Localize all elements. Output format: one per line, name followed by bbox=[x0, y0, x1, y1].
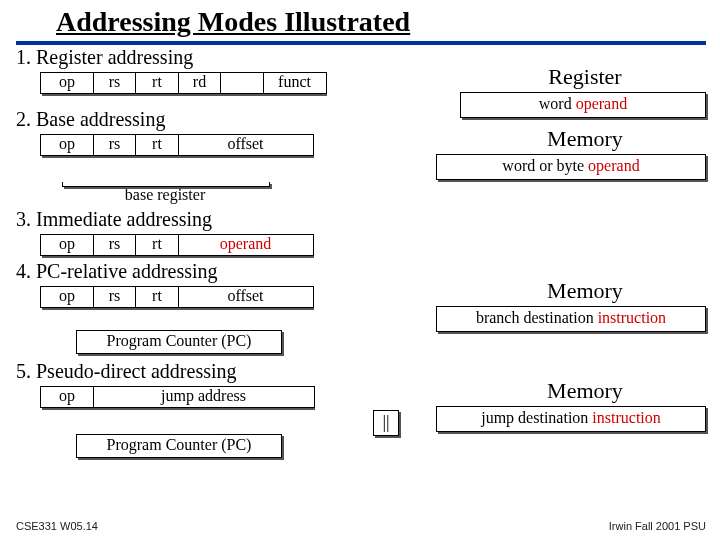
mode1-target-text-b: operand bbox=[576, 95, 628, 112]
field-op: op bbox=[40, 234, 94, 256]
footer-left: CSE331 W05.14 bbox=[16, 520, 98, 532]
mode5-heading: 5. Pseudo-direct addressing bbox=[16, 360, 237, 383]
mode5-target-text-b: instruction bbox=[592, 409, 660, 426]
field-rd: rd bbox=[178, 72, 222, 94]
mode2-instruction: op rs rt offset bbox=[40, 134, 312, 156]
mode4-target-title: Memory bbox=[475, 278, 695, 304]
field-offset: offset bbox=[178, 134, 314, 156]
mode1-target-title: Register bbox=[475, 64, 695, 90]
field-op: op bbox=[40, 386, 94, 408]
mode2-base-register-label: base register bbox=[100, 186, 230, 204]
mode2-target-text-b: operand bbox=[588, 157, 640, 174]
mode5-instruction: op jump address bbox=[40, 386, 313, 408]
title-rule bbox=[16, 41, 706, 45]
mode5-target-text-a: jump destination bbox=[481, 409, 592, 426]
field-op: op bbox=[40, 134, 94, 156]
mode2-target-box: word or byte operand bbox=[436, 154, 706, 180]
field-rs: rs bbox=[93, 234, 137, 256]
mode3-heading: 3. Immediate addressing bbox=[16, 208, 212, 231]
field-rt: rt bbox=[135, 286, 179, 308]
field-rt: rt bbox=[135, 134, 179, 156]
footer-right: Irwin Fall 2001 PSU bbox=[609, 520, 706, 532]
mode4-target-text-b: instruction bbox=[598, 309, 666, 326]
field-rs: rs bbox=[93, 134, 137, 156]
field-funct: funct bbox=[263, 72, 327, 94]
mode3-instruction: op rs rt operand bbox=[40, 234, 312, 256]
mode1-target-box: word operand bbox=[460, 92, 706, 118]
field-rt: rt bbox=[135, 234, 179, 256]
mode1-instruction: op rs rt rd funct bbox=[40, 72, 325, 94]
mode5-target-title: Memory bbox=[475, 378, 695, 404]
field-operand: operand bbox=[178, 234, 314, 256]
field-rs: rs bbox=[93, 286, 137, 308]
field-rs: rs bbox=[93, 72, 137, 94]
mode1-target-text-a: word bbox=[539, 95, 576, 112]
field-offset: offset bbox=[178, 286, 314, 308]
mode4-instruction: op rs rt offset bbox=[40, 286, 312, 308]
slide-title: Addressing Modes Illustrated bbox=[56, 6, 410, 38]
mode4-heading: 4. PC-relative addressing bbox=[16, 260, 218, 283]
field-rt: rt bbox=[135, 72, 179, 94]
mode2-heading: 2. Base addressing bbox=[16, 108, 165, 131]
mode2-target-text-a: word or byte bbox=[502, 157, 588, 174]
mode2-target-title: Memory bbox=[475, 126, 695, 152]
field-blank bbox=[220, 72, 264, 94]
mode5-target-box: jump destination instruction bbox=[436, 406, 706, 432]
mode4-target-box: branch destination instruction bbox=[436, 306, 706, 332]
concat-icon: || bbox=[373, 410, 399, 436]
mode1-heading: 1. Register addressing bbox=[16, 46, 193, 69]
field-op: op bbox=[40, 286, 94, 308]
field-jump-address: jump address bbox=[93, 386, 315, 408]
field-op: op bbox=[40, 72, 94, 94]
mode2-base-register-box bbox=[62, 182, 270, 187]
mode4-pc-box: Program Counter (PC) bbox=[76, 330, 282, 354]
mode5-pc-box: Program Counter (PC) bbox=[76, 434, 282, 458]
mode4-target-text-a: branch destination bbox=[476, 309, 598, 326]
